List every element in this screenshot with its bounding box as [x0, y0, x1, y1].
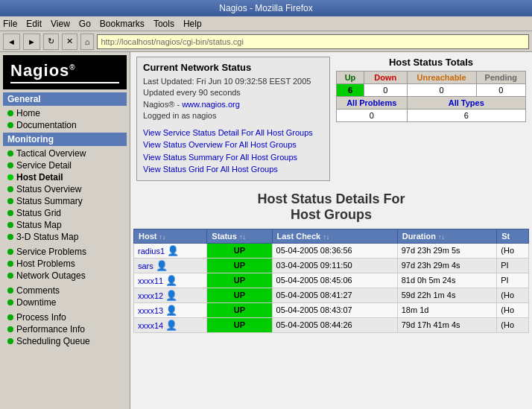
th-status[interactable]: Status ↑↓ [207, 229, 272, 243]
sidebar-item-comments[interactable]: Comments [0, 285, 130, 297]
sidebar-item-status-overview[interactable]: Status Overview [0, 183, 130, 195]
sidebar-item-performance-info[interactable]: Performance Info [0, 323, 130, 335]
host-link[interactable]: radius1 [138, 247, 165, 256]
dot-status-map [7, 222, 13, 228]
cell-last-check: 05-04-2005 08:36:56 [272, 243, 397, 258]
menu-help[interactable]: Help [183, 19, 202, 29]
reload-button[interactable]: ↻ [43, 34, 59, 50]
count-down[interactable]: 0 [364, 84, 407, 97]
menu-edit[interactable]: Edit [26, 19, 42, 29]
nagios-link[interactable]: www.nagios.org [182, 100, 240, 109]
host-link[interactable]: sars [138, 261, 153, 270]
sort-duration-icon[interactable]: ↑↓ [438, 233, 445, 241]
th-st[interactable]: St [497, 229, 529, 243]
th-pending[interactable]: Pending [476, 72, 525, 84]
link-status-grid[interactable]: View Status Grid For All Host Groups [143, 163, 323, 176]
cell-host: xxxx13 👤 [134, 302, 207, 317]
sidebar-item-host-problems[interactable]: Host Problems [0, 258, 130, 270]
address-bar[interactable] [97, 34, 529, 49]
sidebar-item-host-detail[interactable]: Host Detail [0, 171, 130, 183]
sidebar-item-documentation[interactable]: Documentation [0, 119, 130, 131]
table-row: sars 👤UP03-04-2005 09:11:5097d 23h 29m 4… [134, 258, 529, 273]
sort-host-icon[interactable]: ↑↓ [159, 233, 166, 241]
dot-service-detail [7, 162, 13, 168]
menu-file[interactable]: File [3, 19, 17, 29]
dot-documentation [7, 122, 13, 128]
stop-button[interactable]: ✕ [62, 34, 77, 50]
sidebar-item-home[interactable]: Home [0, 107, 130, 119]
host-link[interactable]: xxxx12 [138, 291, 163, 300]
sidebar-item-3d-status-map[interactable]: 3-D Status Map [0, 231, 130, 243]
sidebar-item-downtime[interactable]: Downtime [0, 297, 130, 308]
sidebar-item-process-info[interactable]: Process Info [0, 311, 130, 323]
content-top: Current Network Status Last Updated: Fri… [130, 52, 532, 186]
cell-status: UP [207, 288, 272, 302]
host-link[interactable]: xxxx11 [138, 276, 163, 285]
cell-last-check: 05-04-2005 08:41:27 [272, 288, 397, 302]
cell-st: (Ho [497, 317, 529, 332]
count-up[interactable]: 6 [337, 84, 364, 97]
cell-duration: 81d 0h 5m 24s [397, 273, 497, 288]
cell-st: PI [497, 258, 529, 273]
forward-button[interactable]: ► [23, 34, 40, 50]
links-section: View Service Status Detail For All Host … [143, 127, 323, 176]
th-host[interactable]: Host ↑↓ [134, 229, 207, 243]
menu-view[interactable]: View [51, 19, 70, 29]
cell-duration: 18m 1d [397, 302, 497, 317]
cell-status: UP [207, 258, 272, 273]
menu-bookmarks[interactable]: Bookmarks [100, 19, 145, 29]
cell-last-check: 03-04-2005 09:11:50 [272, 258, 397, 273]
logo-text: Nagios® [10, 61, 119, 83]
sidebar-item-network-outages[interactable]: Network Outages [0, 270, 130, 282]
link-status-overview[interactable]: View Status Overview For All Host Groups [143, 139, 323, 151]
th-all-types[interactable]: All Types [407, 97, 526, 110]
menu-tools[interactable]: Tools [153, 19, 174, 29]
content-area: Current Network Status Last Updated: Fri… [130, 52, 532, 409]
cell-duration: 97d 23h 29m 5s [397, 243, 497, 258]
back-button[interactable]: ◄ [3, 34, 20, 50]
network-status-title: Current Network Status [143, 62, 323, 73]
home-button[interactable]: ⌂ [80, 34, 95, 50]
status-totals-table: Up Down Unreachable Pending 6 0 0 0 [336, 71, 526, 122]
sidebar: Nagios® General Home Documentation Monit… [0, 52, 130, 409]
cell-status: UP [207, 273, 272, 288]
table-row: xxxx14 👤UP05-04-2005 08:44:2679d 17h 41m… [134, 317, 529, 332]
th-down[interactable]: Down [364, 72, 407, 84]
sub-count-types: 6 [407, 110, 526, 122]
sidebar-item-status-grid[interactable]: Status Grid [0, 207, 130, 219]
count-pending[interactable]: 0 [476, 84, 525, 97]
th-unreachable[interactable]: Unreachable [407, 72, 476, 84]
th-all-problems[interactable]: All Problems [337, 97, 408, 110]
sidebar-item-tactical-overview[interactable]: Tactical Overview [0, 148, 130, 159]
count-unreachable[interactable]: 0 [407, 84, 476, 97]
sidebar-item-status-map[interactable]: Status Map [0, 219, 130, 231]
sidebar-item-status-summary[interactable]: Status Summary [0, 195, 130, 207]
dot-scheduling-queue [7, 338, 13, 344]
sidebar-item-service-problems[interactable]: Service Problems [0, 246, 130, 258]
host-details-heading: Host Status Details For Host Groups [130, 186, 532, 229]
cell-host: xxxx11 👤 [134, 273, 207, 288]
sidebar-item-scheduling-queue[interactable]: Scheduling Queue [0, 335, 130, 347]
th-up[interactable]: Up [337, 72, 364, 84]
sidebar-item-service-detail[interactable]: Service Detail [0, 159, 130, 171]
sub-count-problems: 0 [337, 110, 408, 122]
sort-lastcheck-icon[interactable]: ↑↓ [323, 233, 329, 241]
host-link[interactable]: xxxx14 [138, 321, 163, 330]
sort-status-icon[interactable]: ↑↓ [239, 233, 246, 241]
window-title: Nagios - Mozilla Firefox [219, 3, 312, 13]
host-link[interactable]: xxxx13 [138, 306, 163, 315]
cell-host: sars 👤 [134, 258, 207, 273]
dot-home [7, 110, 13, 116]
host-icon: 👤 [156, 260, 168, 271]
dot-tactical [7, 150, 13, 156]
dot-3d-map [7, 234, 13, 240]
link-service-status[interactable]: View Service Status Detail For All Host … [143, 127, 323, 139]
cell-duration: 79d 17h 41m 4s [397, 317, 497, 332]
table-row: xxxx13 👤UP05-04-2005 08:43:0718m 1d(Ho [134, 302, 529, 317]
nagios-version: Nagios® - www.nagios.org [143, 99, 323, 110]
th-duration[interactable]: Duration ↑↓ [397, 229, 497, 243]
th-last-check[interactable]: Last Check ↑↓ [272, 229, 397, 243]
menu-go[interactable]: Go [79, 19, 91, 29]
link-status-summary[interactable]: View Status Summary For All Host Groups [143, 151, 323, 164]
nagios-logo: Nagios® [3, 55, 127, 89]
